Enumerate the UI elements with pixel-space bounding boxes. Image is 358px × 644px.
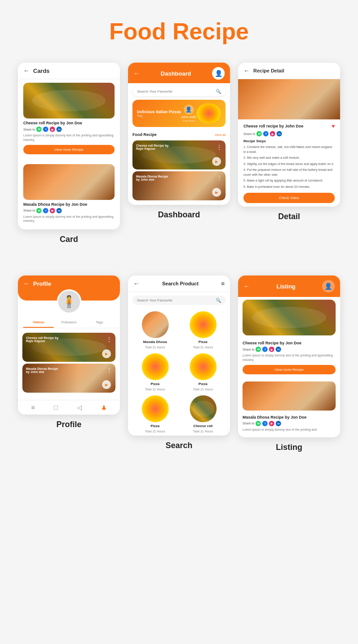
listing-desc-1: Lorem Ipsum is simply dummy text of the … xyxy=(243,353,336,362)
profile-title: Profile xyxy=(33,280,51,287)
instagram-icon-2[interactable]: ▶ xyxy=(50,208,55,213)
nav-menu-icon[interactable]: ≡ xyxy=(31,404,34,411)
view-more-btn-1[interactable]: View more Recipe xyxy=(23,145,115,154)
search-item-name-4: Pizza xyxy=(198,382,207,386)
linkedin-icon-1[interactable]: in xyxy=(56,127,62,132)
card-item-2: Masala Dhosa Recipe by Jon Doe Share to … xyxy=(18,161,120,230)
dash-search-input[interactable] xyxy=(137,89,216,93)
facebook-icon-2[interactable]: f xyxy=(43,208,48,213)
tab-videos[interactable]: Videos xyxy=(23,318,54,328)
dash-view-all[interactable]: View all xyxy=(215,133,226,136)
nav-profile-icon[interactable]: ♟ xyxy=(101,404,107,411)
recipe-title-1: Cheese roll Recipe by Jon Doe xyxy=(23,121,115,125)
search-menu-icon[interactable]: ≡ xyxy=(221,280,225,287)
listing-fb-1[interactable]: f xyxy=(262,347,268,352)
dash-avatar: 👤 xyxy=(212,67,225,80)
listing-view-more-btn[interactable]: View more Recipe xyxy=(243,365,336,374)
dash-card-menu-2[interactable]: ⋮ xyxy=(217,175,222,181)
detail-wa-icon[interactable]: W xyxy=(256,131,262,136)
heart-icon[interactable]: ♥ xyxy=(332,123,335,129)
search-screen-label: Search xyxy=(128,441,230,455)
card-desc-1: Lorem Ipsum is simply dummy text of the … xyxy=(23,133,115,142)
search-item-3[interactable]: Pizza Total 21 Hours xyxy=(133,353,177,391)
profile-card-menu-1[interactable]: ⋮ xyxy=(107,336,112,343)
search-phone: ← Search Product ≡ 🔍 Masala Dhosa Total … xyxy=(128,275,230,456)
whatsapp-icon-2[interactable]: W xyxy=(36,208,42,213)
dash-card-menu-1[interactable]: ⋮ xyxy=(217,144,222,150)
banner-category: Fast Food xyxy=(183,119,195,122)
listing-dosa-img xyxy=(243,381,336,411)
dash-section-title: Food Recipe xyxy=(132,132,157,137)
listing-title-2: Masala Dhosa Recipe by Jon Doe xyxy=(243,415,336,419)
card-screen-label: Card xyxy=(18,235,120,249)
linkedin-icon-2[interactable]: in xyxy=(56,208,62,213)
listing-title: Listing xyxy=(277,283,296,290)
dash-back-icon[interactable]: ← xyxy=(133,70,140,77)
listing-fb-2[interactable]: f xyxy=(262,421,268,426)
check-video-btn[interactable]: Check Video xyxy=(243,193,335,203)
search-item-img-1 xyxy=(142,311,169,338)
play-btn-2[interactable]: ▶ xyxy=(212,188,221,197)
search-back-icon[interactable]: ← xyxy=(133,280,140,287)
facebook-icon-1[interactable]: f xyxy=(43,127,48,132)
listing-desc-2: Lorem Ipsum is simply dummy text of the … xyxy=(243,428,336,432)
step-2: 2. Mix very well and make a soft mixture… xyxy=(243,156,335,161)
detail-back-icon[interactable]: ← xyxy=(243,67,250,74)
search-input[interactable] xyxy=(137,298,216,302)
instagram-icon-1[interactable]: ▶ xyxy=(50,127,55,132)
dash-search-bar[interactable]: 🔍 xyxy=(132,87,226,96)
detail-fb-icon[interactable]: f xyxy=(263,131,268,136)
tab-tags[interactable]: Tags xyxy=(84,318,115,328)
nav-back-icon[interactable]: ◁ xyxy=(77,404,82,411)
card-back-icon[interactable]: ← xyxy=(23,67,30,74)
step-3: 3. Slightly cut the edges of the bread s… xyxy=(243,162,335,167)
dash-section-header: Food Recipe View all xyxy=(128,130,230,139)
dash-card-overlay-1: Cheese roll Recipe by Rajiv Kapoor ⋮ xyxy=(132,140,226,169)
listing-ig-1[interactable]: ▶ xyxy=(269,347,274,352)
search-item-4[interactable]: Pizza Total 21 Hours xyxy=(181,353,225,391)
search-item-name-2: Pizza xyxy=(198,340,207,344)
detail-food-img xyxy=(238,79,340,119)
detail-ig-icon[interactable]: ▶ xyxy=(270,131,275,136)
search-item-6[interactable]: Cheese roll Total 21 Hours xyxy=(181,395,225,433)
listing-ig-2[interactable]: ▶ xyxy=(269,421,274,426)
burrito-image-1 xyxy=(23,83,115,119)
listing-wa-1[interactable]: W xyxy=(256,347,261,352)
search-item-img-5 xyxy=(142,395,169,422)
dash-card-2[interactable]: Masala Dhosa Recipe by John doe ⋮ ▶ xyxy=(132,171,226,200)
profile-card-2[interactable]: Masala Dhosa Recipe by John doe ⋮ ▶ xyxy=(22,364,115,393)
detail-li-icon[interactable]: in xyxy=(277,131,282,136)
profile-back-icon[interactable]: ← xyxy=(23,280,30,287)
profile-card-1[interactable]: Cheese roll Recipe by Rajiv Kapoor ⋮ ▶ xyxy=(22,333,115,362)
search-item-total-2: Total 21 Hours xyxy=(193,346,213,349)
listing-li-1[interactable]: in xyxy=(276,347,281,352)
listing-li-2[interactable]: in xyxy=(276,421,281,426)
search-item-total-3: Total 21 Hours xyxy=(145,388,165,391)
dash-card-1[interactable]: Cheese roll Recipe by Rajiv Kapoor ⋮ ▶ xyxy=(132,140,226,169)
screens-row-2: ← Profile 🧍 Videos Followers Tags Cheese… xyxy=(0,267,358,465)
listing-back-icon[interactable]: ← xyxy=(243,283,250,290)
search-item-2[interactable]: Pizza Total 21 Hours xyxy=(181,311,225,349)
tab-followers[interactable]: Followers xyxy=(54,318,84,328)
search-item-1[interactable]: Masala Dhosa Total 21 Hours xyxy=(133,311,177,349)
card-item-1: Cheese roll Recipe by Jon Doe Share to W… xyxy=(18,79,120,161)
listing-title-1: Cheese roll Recipe by Jon Doe xyxy=(243,341,336,345)
detail-content: Cheese roll recipe by John Doe ♥ Share t… xyxy=(238,119,340,207)
search-item-5[interactable]: Pizza Total 21 Hours xyxy=(133,395,177,433)
dash-title: Dashboard xyxy=(161,70,191,77)
play-btn-1[interactable]: ▶ xyxy=(212,157,221,166)
search-item-total-4: Total 21 Hours xyxy=(193,388,213,391)
profile-avatar-section: 🧍 xyxy=(18,289,120,314)
search-input-bar[interactable]: 🔍 xyxy=(132,296,226,305)
search-mag-icon: 🔍 xyxy=(216,298,221,303)
profile-card-menu-2[interactable]: ⋮ xyxy=(107,367,112,373)
banner-avatar-circle: 👤 xyxy=(184,105,194,114)
search-item-total-5: Total 21 Hours xyxy=(145,430,165,433)
listing-screen-label: Listing xyxy=(238,443,340,457)
whatsapp-icon-1[interactable]: W xyxy=(36,127,42,132)
search-header: ← Search Product ≡ xyxy=(128,275,230,292)
nav-home-icon[interactable]: □ xyxy=(54,404,57,411)
search-page-title: Search Product xyxy=(162,281,198,286)
dashboard-screen-label: Dashboard xyxy=(128,210,230,224)
listing-wa-2[interactable]: W xyxy=(256,421,261,426)
